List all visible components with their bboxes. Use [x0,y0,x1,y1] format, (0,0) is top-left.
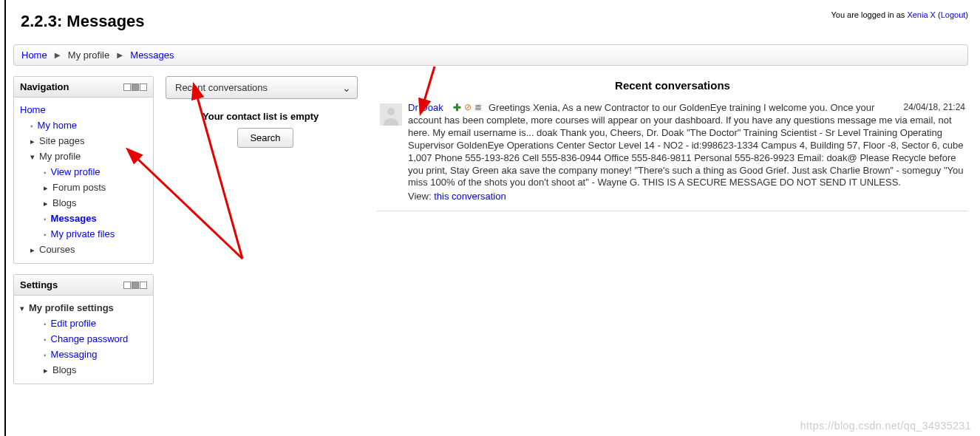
view-conversation-link[interactable]: this conversation [434,191,506,202]
nav-forum-posts[interactable]: Forum posts [52,182,106,193]
message-body-text: Greetings Xenia, As a new Contractor to … [408,102,964,188]
block-dock-icon[interactable] [132,282,139,289]
svg-point-1 [387,108,395,115]
nav-home[interactable]: Home [20,104,46,115]
avatar[interactable] [380,103,402,126]
watermark: https://blog.csdn.net/qq_34935231 [800,420,971,432]
navigation-block: Navigation Home My home Site pages My pr… [13,76,154,264]
breadcrumb-sep-icon: ► [115,50,125,61]
block-move-icon[interactable] [123,84,131,91]
dropdown-selected-label: Recent conversations [175,82,268,93]
add-contact-icon[interactable]: ✚ [453,102,461,115]
breadcrumb: Home ► My profile ► Messages [13,44,968,66]
recent-conversations-heading: Recent conversations [377,79,968,92]
settings-root[interactable]: My profile settings [29,302,114,313]
login-info-top: You are logged in as Xenia X (Logout) [831,10,968,19]
nav-my-profile[interactable]: My profile [39,151,81,162]
block-controls[interactable] [123,84,147,91]
settings-edit-profile[interactable]: Edit profile [51,318,96,329]
block-hide-icon[interactable] [140,282,147,289]
nav-view-profile[interactable]: View profile [51,166,101,177]
message-nav-dropdown[interactable]: Recent conversations ⌄ [166,76,358,99]
message-row: 24/04/18, 21:24 Dr Doak ✚ ⊘ ≣ Greetings … [377,102,968,211]
breadcrumb-sep-icon: ► [52,50,62,61]
block-dock-icon[interactable] [132,84,139,91]
current-user-link[interactable]: Xenia X [907,10,936,19]
message-history-icon[interactable]: ≣ [474,102,481,115]
message-sender-link[interactable]: Dr Doak [408,102,443,113]
block-hide-icon[interactable] [140,84,147,91]
nav-blogs[interactable]: Blogs [52,197,77,208]
search-button[interactable]: Search [237,128,293,148]
nav-courses[interactable]: Courses [39,244,75,255]
settings-blogs[interactable]: Blogs [52,364,77,375]
logout-link[interactable]: Logout [941,10,966,19]
settings-messaging[interactable]: Messaging [51,349,98,360]
block-move-icon[interactable] [123,282,131,289]
nav-my-private-files[interactable]: My private files [51,228,115,239]
settings-block: Settings My profile settings Edit profil… [13,274,154,384]
settings-block-title: Settings [20,279,58,290]
navigation-block-title: Navigation [20,81,69,92]
login-prefix: You are logged in as [831,10,907,19]
breadcrumb-profile: My profile [68,50,109,61]
breadcrumb-home[interactable]: Home [21,50,47,61]
block-controls[interactable] [123,282,147,289]
block-contact-icon[interactable]: ⊘ [464,102,472,115]
nav-messages[interactable]: Messages [51,213,97,224]
view-label: View: [408,191,434,202]
paren-close: ) [965,10,968,19]
empty-contact-list: Your contact list is empty [203,111,365,122]
message-time: 24/04/18, 21:24 [895,102,965,114]
page-title: 2.2.3: Messages [21,12,145,31]
nav-my-home[interactable]: My home [38,120,77,131]
settings-change-password[interactable]: Change password [51,333,129,344]
nav-site-pages[interactable]: Site pages [39,135,84,146]
breadcrumb-messages[interactable]: Messages [130,50,174,61]
chevron-down-icon: ⌄ [342,82,351,94]
